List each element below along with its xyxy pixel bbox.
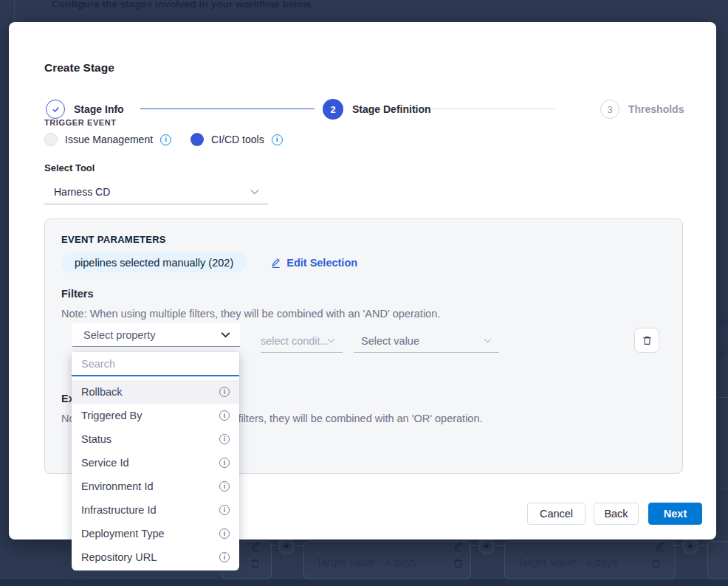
- radio-issue-management[interactable]: Issue Management: [44, 133, 171, 146]
- value-select[interactable]: Select value: [354, 329, 499, 353]
- trigger-event-label: TRIGGER EVENT: [44, 118, 117, 127]
- next-button[interactable]: Next: [648, 503, 702, 525]
- edit-icon: [250, 540, 261, 551]
- chevron-down-icon: [327, 338, 335, 343]
- property-option[interactable]: Triggered By: [72, 404, 239, 427]
- background-card-label: Target Value - 4 days: [316, 556, 416, 568]
- radio-cicd-tools[interactable]: CI/CD tools: [190, 133, 283, 146]
- step-label: Stage Info: [74, 103, 124, 115]
- edit-selection-link[interactable]: Edit Selection: [270, 257, 357, 269]
- connector-dash: [673, 545, 680, 546]
- edit-icon: [654, 540, 665, 551]
- step-connector: [431, 108, 555, 109]
- trash-icon: [642, 335, 653, 346]
- trash-icon: [650, 558, 662, 569]
- connector-dash: [296, 545, 303, 546]
- dropdown-options: Rollback Triggered By Status Service Id …: [72, 376, 239, 569]
- connector-dash: [496, 545, 504, 546]
- event-parameters-heading: EVENT PARAMETERS: [61, 234, 166, 245]
- back-button[interactable]: Back: [594, 503, 639, 525]
- background-seam: [716, 489, 728, 489]
- filters-note: Note: When using multiple filters, they …: [61, 308, 440, 320]
- cancel-button[interactable]: Cancel: [527, 503, 586, 525]
- info-icon[interactable]: [219, 528, 230, 539]
- background-page-subtitle: Configure the stages involved in your wo…: [52, 0, 313, 10]
- step-stage-definition[interactable]: 2 Stage Definition: [323, 99, 431, 120]
- radio-icon[interactable]: [190, 133, 204, 146]
- add-stage-icon: [682, 538, 698, 554]
- background-stage-card: [707, 541, 728, 579]
- condition-select[interactable]: select condit...: [261, 329, 343, 353]
- info-icon[interactable]: [160, 134, 171, 145]
- chevron-down-icon: [250, 189, 259, 195]
- property-option[interactable]: Environment Id: [72, 475, 239, 498]
- tool-select-value: Harness CD: [54, 186, 110, 198]
- condition-select-value: select condit...: [261, 335, 329, 347]
- property-select[interactable]: Select property: [72, 323, 240, 347]
- info-icon[interactable]: [219, 481, 230, 492]
- step-connector: [140, 108, 315, 109]
- background-card-label: Target Value - 4 days: [517, 556, 617, 568]
- property-option[interactable]: Repository URL: [72, 545, 239, 569]
- edit-icon: [453, 540, 464, 551]
- background-divider: [14, 0, 15, 22]
- step-number: 3: [600, 100, 619, 119]
- background-edge-dash: [717, 397, 728, 398]
- step-label: Stage Definition: [352, 103, 431, 115]
- modal-title: Create Stage: [44, 61, 114, 75]
- property-option[interactable]: Status: [72, 427, 239, 451]
- add-stage-icon: [478, 538, 495, 554]
- radio-label: Issue Management: [65, 134, 153, 145]
- property-option[interactable]: Infrastructure Id: [72, 498, 239, 522]
- background-bottom-bar: [0, 579, 728, 586]
- connector-dash: [469, 545, 476, 546]
- filters-heading: Filters: [61, 288, 94, 300]
- edit-selection-label: Edit Selection: [286, 257, 357, 269]
- info-icon[interactable]: [272, 134, 283, 145]
- step-thresholds[interactable]: 3 Thresholds: [600, 99, 684, 120]
- background-edge-text: et: [717, 348, 725, 359]
- property-option[interactable]: Service Id: [72, 451, 239, 475]
- info-icon[interactable]: [219, 552, 230, 562]
- tool-select[interactable]: Harness CD: [44, 179, 268, 204]
- property-select-value: Select property: [83, 329, 156, 341]
- info-icon[interactable]: [219, 434, 230, 444]
- connector-dash: [700, 545, 707, 546]
- info-icon[interactable]: [219, 387, 230, 397]
- value-select-value: Select value: [361, 335, 419, 347]
- step-label: Thresholds: [628, 103, 684, 115]
- background-edge-text: Ap: [717, 316, 728, 327]
- chevron-down-icon: [484, 338, 492, 343]
- chevron-down-icon: [221, 331, 230, 338]
- step-stage-info[interactable]: Stage Info: [46, 99, 124, 120]
- info-icon[interactable]: [219, 458, 230, 468]
- trash-icon: [453, 558, 464, 569]
- connector-dash: [269, 545, 276, 546]
- delete-filter-button[interactable]: [634, 328, 659, 353]
- radio-icon[interactable]: [44, 133, 58, 146]
- dropdown-search: [72, 352, 239, 376]
- selection-pill: pipelines selected manually (202): [61, 252, 247, 272]
- property-dropdown: Rollback Triggered By Status Service Id …: [72, 352, 239, 571]
- create-stage-modal: Create Stage Stage Info 2 Stage Definiti…: [9, 22, 716, 540]
- info-icon[interactable]: [219, 505, 230, 515]
- info-icon[interactable]: [219, 410, 230, 421]
- select-tool-label: Select Tool: [44, 162, 95, 173]
- property-option[interactable]: Deployment Type: [72, 522, 239, 545]
- step-number: 2: [323, 99, 343, 120]
- search-input[interactable]: [72, 358, 239, 370]
- trigger-event-options: Issue Management CI/CD tools: [44, 132, 283, 147]
- radio-label: CI/CD tools: [211, 134, 264, 145]
- property-option[interactable]: Rollback: [72, 380, 239, 404]
- check-icon: [46, 100, 65, 119]
- add-stage-icon: [278, 538, 295, 554]
- edit-icon: [270, 257, 281, 269]
- trash-icon: [250, 558, 261, 569]
